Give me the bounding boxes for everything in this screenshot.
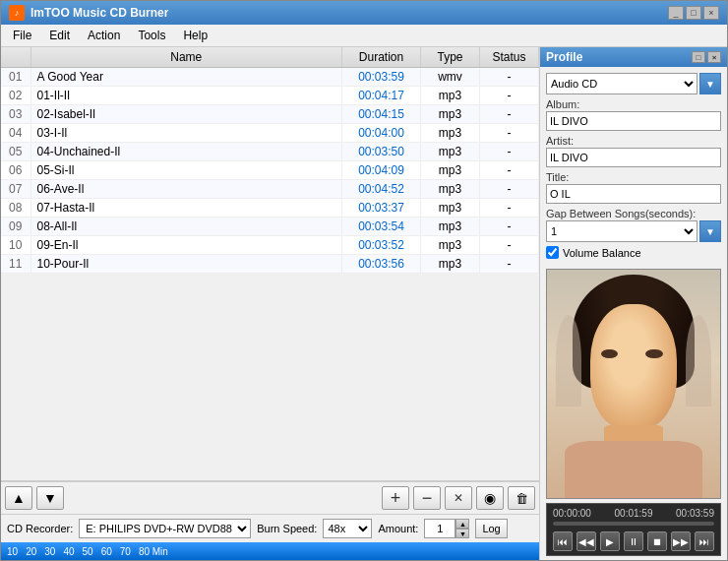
burn-speed-select[interactable]: 48x (323, 519, 372, 538)
profile-restore-btn[interactable]: □ (692, 51, 705, 63)
table-row[interactable]: 08 07-Hasta-Il 00:03:37 mp3 - (1, 199, 539, 218)
close-button[interactable]: × (703, 6, 719, 20)
cell-num: 01 (1, 68, 30, 87)
table-row[interactable]: 05 04-Unchained-Il 00:03:50 mp3 - (1, 143, 539, 161)
player-prev-start[interactable]: ⏮ (553, 531, 573, 551)
table-row[interactable]: 11 10-Pour-Il 00:03:56 mp3 - (1, 255, 539, 274)
track-table[interactable]: Name Duration Type Status 01 A Good Year… (1, 47, 539, 481)
player-rewind[interactable]: ◀◀ (576, 531, 596, 551)
window-title: ImTOO Music CD Burner (30, 6, 168, 20)
profile-dropdown-btn[interactable]: ▼ (699, 73, 721, 94)
profile-header: Profile □ × (540, 47, 727, 67)
player-next-end[interactable]: ⏭ (695, 531, 714, 551)
cell-name: 05-Si-Il (30, 161, 342, 180)
menu-edit[interactable]: Edit (41, 27, 78, 44)
recorder-bar: CD Recorder: E: PHILIPS DVD+-RW DVD88 Bu… (1, 514, 539, 542)
player-forward[interactable]: ▶▶ (671, 531, 691, 551)
amount-up[interactable]: ▲ (455, 519, 469, 529)
player-controls-area: 00:00:00 00:01:59 00:03:59 ⏮ ◀◀ ▶ ⏸ ⏹ ▶▶… (546, 503, 721, 556)
table-row[interactable]: 06 05-Si-Il 00:04:09 mp3 - (1, 161, 539, 180)
cell-duration: 00:03:59 (342, 68, 421, 87)
title-bar: ♪ ImTOO Music CD Burner _ □ × (1, 1, 727, 25)
main-content: Name Duration Type Status 01 A Good Year… (1, 47, 727, 560)
amount-down[interactable]: ▼ (455, 529, 469, 538)
amount-spinner: ▲ ▼ (455, 519, 469, 538)
remove-button[interactable]: − (413, 486, 441, 510)
menu-help[interactable]: Help (175, 27, 215, 44)
album-input[interactable] (546, 111, 721, 131)
cell-name: 03-I-Il (30, 124, 342, 143)
gap-row: 1 ▼ (546, 220, 721, 242)
menu-bar: File Edit Action Tools Help (1, 25, 727, 47)
right-panel: Profile □ × Audio CD ▼ Album: (540, 47, 727, 560)
cell-num: 07 (1, 180, 30, 199)
cell-num: 08 (1, 199, 30, 218)
progress-bar-container: 10 20 30 40 50 60 70 80 Min (1, 542, 539, 560)
bottom-toolbar: ▲ ▼ + − ✕ ◉ 🗑 (1, 481, 539, 514)
table-row[interactable]: 09 08-All-Il 00:03:54 mp3 - (1, 218, 539, 236)
table-row[interactable]: 01 A Good Year 00:03:59 wmv - (1, 68, 539, 87)
cell-type: mp3 (421, 124, 480, 143)
cell-num: 02 (1, 87, 30, 105)
player-stop[interactable]: ⏹ (647, 531, 667, 551)
amount-wrap: ▲ ▼ (424, 519, 469, 538)
gap-label: Gap Between Songs(seconds): (546, 208, 721, 219)
audio-cd-select[interactable]: Audio CD (546, 73, 698, 94)
volume-balance-checkbox[interactable] (546, 246, 559, 259)
log-button[interactable]: Log (475, 519, 507, 538)
col-duration: Duration (342, 47, 421, 68)
profile-body: Audio CD ▼ Album: Artist: Title: (540, 67, 727, 265)
cell-type: mp3 (421, 161, 480, 180)
album-label: Album: (546, 98, 721, 110)
clear-button[interactable]: ✕ (445, 486, 472, 510)
cell-duration: 00:04:00 (342, 124, 421, 143)
download-button[interactable]: ▼ (36, 486, 64, 510)
tick-70: 70 (120, 546, 131, 557)
cell-status: - (480, 255, 539, 274)
tick-30: 30 (44, 546, 55, 557)
restore-button[interactable]: □ (686, 6, 701, 20)
gap-dropdown-btn[interactable]: ▼ (699, 220, 721, 242)
upload-button[interactable]: ▲ (5, 486, 32, 510)
cell-status: - (480, 87, 539, 105)
cell-duration: 00:04:52 (342, 180, 421, 199)
table-row[interactable]: 02 01-Il-Il 00:04:17 mp3 - (1, 87, 539, 105)
table-row[interactable]: 04 03-I-Il 00:04:00 mp3 - (1, 124, 539, 143)
title-bar-left: ♪ ImTOO Music CD Burner (9, 5, 168, 21)
cell-duration: 00:03:52 (342, 236, 421, 255)
title-field-group: Title: (546, 171, 721, 204)
amount-input[interactable] (424, 519, 455, 538)
burn-speed-label: Burn Speed: (257, 523, 317, 534)
recorder-select[interactable]: E: PHILIPS DVD+-RW DVD88 (79, 519, 251, 538)
cell-type: mp3 (421, 180, 480, 199)
table-row[interactable]: 07 06-Ave-Il 00:04:52 mp3 - (1, 180, 539, 199)
time-mid: 00:01:59 (615, 508, 653, 519)
menu-action[interactable]: Action (80, 27, 128, 44)
cell-duration: 00:04:17 (342, 87, 421, 105)
gap-select[interactable]: 1 (546, 220, 698, 242)
menu-tools[interactable]: Tools (130, 27, 173, 44)
cell-type: wmv (421, 68, 480, 87)
menu-file[interactable]: File (5, 27, 39, 44)
table-row[interactable]: 10 09-En-Il 00:03:52 mp3 - (1, 236, 539, 255)
cell-name: 06-Ave-Il (30, 180, 342, 199)
profile-close-btn[interactable]: × (707, 51, 721, 63)
cell-num: 05 (1, 143, 30, 161)
player-progress-track[interactable] (553, 522, 714, 526)
trash-button[interactable]: 🗑 (508, 486, 535, 510)
main-window: ♪ ImTOO Music CD Burner _ □ × File Edit … (0, 0, 728, 561)
cell-name: A Good Year (30, 68, 342, 87)
time-end: 00:03:59 (676, 508, 714, 519)
player-pause[interactable]: ⏸ (624, 531, 643, 551)
minimize-button[interactable]: _ (668, 6, 684, 20)
tick-80: 80 Min (139, 546, 168, 557)
artist-input[interactable] (546, 148, 721, 167)
cd-button[interactable]: ◉ (476, 486, 504, 510)
cell-type: mp3 (421, 199, 480, 218)
player-play[interactable]: ▶ (600, 531, 620, 551)
title-input[interactable] (546, 184, 721, 204)
add-button[interactable]: + (382, 486, 409, 510)
cell-type: mp3 (421, 255, 480, 274)
table-row[interactable]: 03 02-Isabel-Il 00:04:15 mp3 - (1, 105, 539, 124)
cell-duration: 00:03:37 (342, 199, 421, 218)
